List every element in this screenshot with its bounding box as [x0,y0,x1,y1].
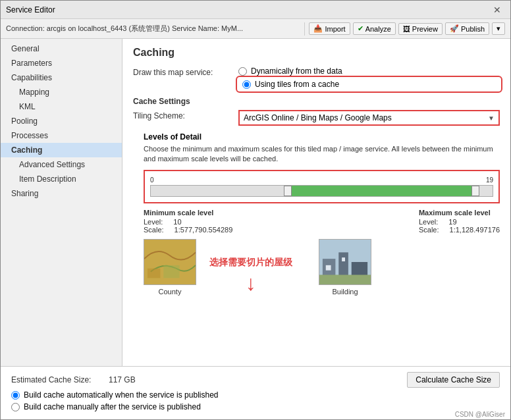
max-level-value: 19 [448,218,456,226]
publish-icon: 🚀 [450,24,459,33]
building-label: Building [332,288,358,296]
sidebar-item-processes[interactable]: Processes [1,128,122,143]
min-scale-key: Scale: [144,226,164,234]
sidebar-item-advanced-settings[interactable]: Advanced Settings [1,157,122,172]
import-label: Import [325,25,345,33]
select-arrow-icon: ▼ [488,115,495,122]
county-map-svg [144,239,196,285]
slider-container: 0 19 [144,170,500,203]
radio-dynamic-input[interactable] [238,67,247,76]
slider-max-label: 19 [486,176,493,184]
lod-title: Levels of Detail [144,132,500,142]
tiling-scheme-select[interactable]: ArcGIS Online / Bing Maps / Google Maps … [238,110,500,126]
close-button[interactable]: ✕ [489,3,505,16]
thumbnails-row: County 选择需要切片的屋级 ↓ [144,239,500,296]
build-auto-label: Build cache automatically when the servi… [24,390,219,400]
watermark: CSDN @AliGiser [455,411,505,418]
build-manual-label: Build cache manually after the service i… [24,402,201,411]
sidebar-item-caching[interactable]: Caching [1,143,122,157]
tiling-scheme-control: ArcGIS Online / Bing Maps / Google Maps … [238,110,500,126]
analyze-icon: ✔ [358,24,363,33]
draw-service-label: Draw this map service: [133,66,238,77]
svg-rect-5 [338,252,348,278]
sidebar-item-item-description[interactable]: Item Description [1,172,122,186]
min-scale-row: Scale: 1:577,790.554289 [144,226,232,234]
connection-label: Connection: arcgis on localhost_6443 (系统… [6,24,300,34]
sidebar-item-pooling[interactable]: Pooling [1,114,122,128]
sidebar-item-general[interactable]: General [1,41,122,56]
scale-info: Minimum scale level Level: 10 Scale: 1:5… [144,209,500,234]
sidebar-item-parameters[interactable]: Parameters [1,56,122,70]
annotation-arrow-icon: ↓ [246,271,256,296]
tiling-scheme-label: Tiling Scheme: [133,110,238,120]
max-level-key: Level: [419,218,438,226]
sidebar-item-capabilities[interactable]: Capabilities [1,70,122,85]
build-auto-radio[interactable]: Build cache automatically when the servi… [11,390,219,400]
slider-thumb-left[interactable] [284,186,292,196]
sidebar-item-sharing[interactable]: Sharing [1,186,122,201]
min-level-value: 10 [173,218,181,226]
preview-icon: 🖼 [403,25,410,33]
title-bar: Service Editor ✕ [1,1,510,19]
draw-service-row: Draw this map service: Dynamically from … [133,66,500,90]
content-area: Caching Draw this map service: Dynamical… [122,39,510,366]
max-scale-key: Scale: [419,226,439,234]
build-manual-radio[interactable]: Build cache manually after the service i… [11,402,201,411]
import-icon: 📥 [313,24,323,33]
slider-fill [288,186,475,196]
cache-settings-label: Cache Settings [133,97,500,106]
build-auto-row: Build cache automatically when the servi… [11,390,500,400]
import-button[interactable]: 📥 Import [309,22,350,35]
radio-cache[interactable]: Using tiles from a cache [238,78,500,90]
slider-min-label: 0 [150,176,154,184]
min-scale-value: 1:577,790.554289 [175,226,233,234]
calculate-cache-size-button[interactable]: Calculate Cache Size [407,372,500,388]
slider-track[interactable] [150,185,493,197]
build-auto-input[interactable] [11,391,20,400]
annotation-container: 选择需要切片的屋级 ↓ [209,257,292,296]
preview-label: Preview [412,25,438,33]
svg-rect-8 [326,265,331,271]
radio-cache-label: Using tiles from a cache [255,80,339,89]
radio-dynamic[interactable]: Dynamically from the data [238,66,500,76]
building-thumbnail-img [319,239,371,285]
slider-labels: 0 19 [150,176,493,184]
radio-cache-input[interactable] [242,80,251,89]
footer: Estimated Cache Size: 117 GB Calculate C… [1,366,510,419]
radio-dynamic-label: Dynamically from the data [251,66,342,76]
analyze-button[interactable]: ✔ Analyze [353,22,396,35]
build-manual-input[interactable] [11,403,20,411]
draw-radio-group: Dynamically from the data Using tiles fr… [238,66,500,90]
preview-button[interactable]: 🖼 Preview [398,23,443,35]
min-level-row: Level: 10 [144,218,232,226]
sidebar-item-kml[interactable]: KML [1,99,122,114]
draw-service-control: Dynamically from the data Using tiles fr… [238,66,500,90]
slider-thumb-right[interactable] [471,186,479,196]
analyze-label: Analyze [365,25,391,33]
service-editor-window: Service Editor ✕ Connection: arcgis on l… [0,0,511,420]
more-button[interactable]: ▾ [492,22,505,35]
tiling-scheme-row: Tiling Scheme: ArcGIS Online / Bing Maps… [133,110,500,126]
toolbar: Connection: arcgis on localhost_6443 (系统… [1,19,510,39]
county-thumbnail: County [144,239,196,296]
min-scale-heading: Minimum scale level [144,209,232,217]
toolbar-separator [304,22,305,36]
lod-section: Levels of Detail Choose the minimum and … [133,132,500,311]
build-manual-row: Build cache manually after the service i… [11,402,500,411]
max-scale-row: Scale: 1:1,128.497176 [419,226,500,234]
main-layout: General Parameters Capabilities Mapping … [1,39,510,366]
publish-button[interactable]: 🚀 Publish [445,22,489,35]
svg-rect-9 [342,257,345,261]
estimated-cache-label: Estimated Cache Size: [11,375,103,384]
svg-rect-7 [319,275,371,284]
svg-rect-2 [163,265,179,278]
lod-desc: Choose the minimum and maximum scales fo… [144,144,500,165]
county-thumbnail-img [144,239,196,285]
max-scale-heading: Maximum scale level [419,209,500,217]
sidebar-item-mapping[interactable]: Mapping [1,85,122,99]
page-title: Caching [133,47,500,59]
window-title: Service Editor [6,5,55,14]
sidebar: General Parameters Capabilities Mapping … [1,39,122,366]
building-thumbnail: Building [319,239,371,296]
min-level-key: Level: [144,218,163,226]
